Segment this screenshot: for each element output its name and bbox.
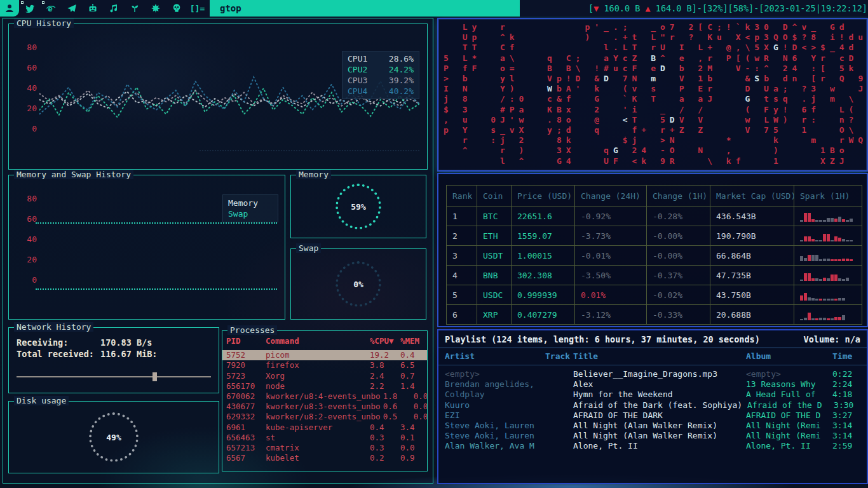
track-album: All Night (Remi [746,431,827,441]
telegram-icon[interactable] [61,0,82,17]
track-artist: Steve Aoki, Lauren [445,431,540,441]
track-album: 13 Reasons Why [746,379,827,390]
playlist-row[interactable]: Steve Aoki, LaurenAll Night (Alan Walker… [438,431,867,441]
twitter-icon [25,3,35,13]
disk-usage-title: Disk usage [14,396,69,405]
track-title: All Night (Alan Walker Remix) [573,421,741,431]
crypto-row: 5USDC0.9999390.01%-0.02%43.750B [447,285,862,305]
gtop-window: CPU History 806040200 CPU128.6%CPU224.2%… [3,18,433,484]
playlist-row[interactable]: KuuroAfraid of the Dark (feat. Sophiya)A… [438,400,867,410]
twitter-icon[interactable] [19,0,40,17]
playlist-row[interactable]: Steve Aoki, LaurenAll Night (Alan Walker… [438,421,867,431]
swap-donut-title: Swap [296,243,321,253]
playlist-row[interactable]: ColdplayHymn for the WeekendA Head Full … [438,390,867,400]
col-title[interactable]: Title [573,348,741,365]
process-col-header[interactable]: %CPU▼ [370,336,398,346]
status-stats: [▼ 160.0 B ▲ 164.0 B]-[32%][58%]-[2023-0… [520,0,868,17]
y-tick: 40 [20,83,37,93]
process-row[interactable]: 5723Xorg2.40.7 [222,371,427,381]
layout-icon[interactable]: []= [187,0,208,17]
y-tick: 20 [20,104,37,113]
cpu-legend: CPU128.6%CPU224.2%CPU339.2%CPU440.2% [342,51,419,99]
y-tick: 0 [20,124,37,133]
explorer-icon[interactable]: e [40,0,61,17]
y-tick: 80 [20,194,37,203]
process-col-header[interactable]: %MEM [400,336,423,346]
track-artist: Kuuro [445,400,540,410]
robot-icon [88,3,98,13]
disk-usage-panel: Disk usage 49% [8,401,219,473]
music-note-icon[interactable] [103,0,124,17]
process-row[interactable]: 6567kubelet0.20.9 [222,453,427,463]
playlist-row[interactable]: EZIAFRAID OF THE DARKAFRAID OF THE D3:27 [438,410,867,421]
user-icon[interactable] [0,0,19,17]
plant-icon [130,3,140,13]
process-row[interactable]: 656170node2.21.4 [222,381,427,391]
playlist-header: Artist Track Title Album Time [438,348,867,365]
crypto-row: 2ETH1559.07-3.73%-0.00%190.790B [447,226,862,246]
track-time: 3:14 [832,431,860,441]
robot-icon[interactable] [82,0,103,17]
col-album[interactable]: Album [746,348,827,365]
network-slider[interactable] [17,376,211,377]
plant-icon[interactable] [124,0,145,17]
crypto-row: 4BNB302.308-3.50%-0.37%47.735B [447,266,862,285]
network-history-title: Network History [14,322,93,332]
matrix-row: Ly r p'_.; _o7 2[C;!`k30 D^v_ Gd w [444,22,862,32]
playlist-row[interactable]: <empty>Believer__Imagine_Dragons.mp3<emp… [438,369,867,379]
process-row[interactable]: 629332kworker/u8:2-events_unbo0.50.0 [222,412,427,422]
process-table-header: PIDCommand%CPU▼%MEM [222,336,427,346]
memory-swap-title: Memory and Swap History [14,170,133,179]
cpu-legend-row: CPU339.2% [348,75,414,86]
matrix-row: > b yl Vp!D &D 7N m V 1b &Sb dn [r Q 9+2… [444,74,862,84]
matrix-row: l ^ G4 UF <k 9R \ kf 1 XZJ A [444,156,862,166]
track-title: All Night (Alan Walker Remix) [573,431,741,441]
cpu-baseline [200,150,419,151]
skull-icon[interactable] [166,0,187,17]
track-time: 0:22 [832,369,860,379]
stats-text: 164.0 B]-[32%][58%]-[2023-01-25|19:22:12… [656,3,867,13]
process-row[interactable]: 656463st0.30.1 [222,433,427,443]
legend-swap-label: Swap [228,208,273,219]
crypto-row: 6XRP0.407279-3.12%-0.33%20.688B [447,305,862,325]
process-col-header[interactable]: PID [226,336,263,346]
process-col-header[interactable]: Command [266,336,367,346]
process-row[interactable]: 6961kube-apiserver0.43.4 [222,423,427,433]
svg-text:e: e [48,4,52,13]
col-time[interactable]: Time [832,348,860,365]
matrix-row: j 8 /:0 c&f G `K T a aJ G tsq .j m \ ,1F… [444,94,862,104]
track-title: Hymn for the Weekend [573,390,741,400]
process-row[interactable]: 670062kworker/u8:4-events_unbo1.80.0 [222,391,427,402]
telegram-icon [67,3,77,13]
urgent-badge [21,1,24,4]
workspace-icons: e[]= [0,0,208,17]
music-player-window: Playlist (124 items, length: 6 hours, 37… [437,329,868,484]
process-row[interactable]: 430677kworker/u8:3-events_unbo0.60.0 [222,402,427,412]
process-row[interactable]: 7920firefox3.86.5 [222,360,427,370]
col-track[interactable]: Track [545,348,568,365]
crypto-ticker-window: RankCoinPrice (USD)Change (24H)Change (1… [437,173,868,327]
process-row[interactable]: 5752picom19.20.4 [222,350,427,360]
memory-usage-line [36,222,277,224]
col-artist[interactable]: Artist [445,348,540,365]
maple-leaf-icon[interactable] [145,0,166,17]
sparkline-chart [800,230,856,241]
cpu-history-panel: CPU History 806040200 CPU128.6%CPU224.2%… [8,24,428,170]
matrix-row: P fF o= B B\ !#ucF eD b 2M V-:^ 24 :[ 5k… [444,64,862,74]
matrix-row: Up ^k ) .+t L"r ? Ku X<p3QO$?8 i!du < [444,32,862,43]
network-history-panel: Network History Receiving:170.83 B/s Tot… [8,327,219,393]
playlist-row[interactable]: Brendan angelides,Alex13 Reasons Why2:24 [438,379,867,390]
track-time: 2:24 [832,379,860,390]
matrix-row: TT Cf l.LT rU I L+ @,\5XG!D<>$_4d O z [444,43,862,53]
volume-indicator: Volume: n/a [804,334,860,344]
y-tick: 80 [20,43,37,52]
matrix-row: 5 L* a\ q C; aYcZ B^ e ,r P[(wR N6 Yr cD… [444,53,862,64]
track-album: <empty> [746,369,827,379]
track-album: A Head Full of [746,390,827,400]
network-slider-handle[interactable] [153,372,157,381]
playlist-rows: <empty>Believer__Imagine_Dragons.mp3<emp… [438,369,867,452]
matrix-row: r :j 2 8k $j >N * k m rWQ (_C [444,135,862,146]
process-row[interactable]: 657213cmatrix0.30.0 [222,443,427,453]
playlist-row[interactable]: Alan Walker, Ava MAlone, Pt. IIAlone, Pt… [438,441,867,451]
matrix-row: $ 3 #Pa KBx 2 'i _ / / ( Fy! 6f L( &`l( [444,105,862,115]
